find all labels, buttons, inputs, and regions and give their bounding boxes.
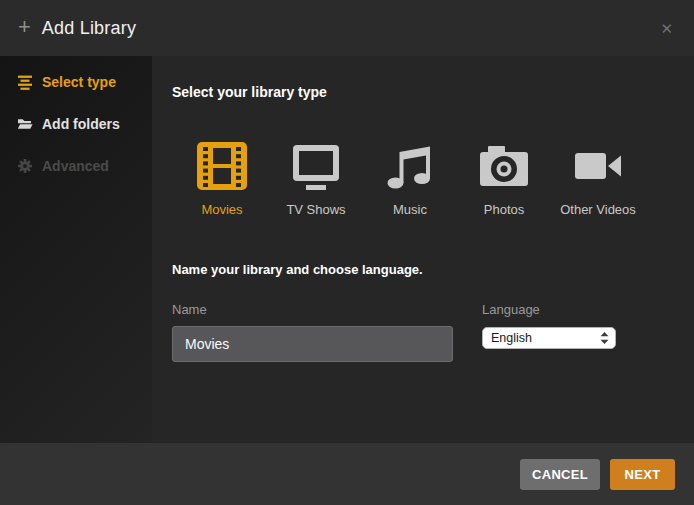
dialog-body: Select type Add folders: [0, 56, 694, 443]
dialog-footer: CANCEL NEXT: [0, 443, 694, 505]
pane-heading: Select your library type: [172, 84, 694, 100]
sidebar-item-advanced[interactable]: Advanced: [0, 145, 152, 187]
music-note-icon: [384, 140, 436, 192]
select-type-lines-icon: [17, 74, 33, 90]
sidebar-item-label: Advanced: [42, 158, 109, 174]
folder-icon: [17, 116, 33, 132]
library-type-label: Movies: [201, 202, 242, 217]
dialog-header: + Add Library ✕: [0, 0, 694, 56]
form-heading: Name your library and choose language.: [172, 262, 694, 277]
library-type-tv-shows[interactable]: TV Shows: [281, 140, 351, 217]
library-type-other-videos[interactable]: Other Videos: [563, 140, 633, 217]
tv-icon: [290, 140, 342, 192]
library-type-movies[interactable]: Movies: [187, 140, 257, 217]
sidebar-item-add-folders[interactable]: Add folders: [0, 103, 152, 145]
language-field-group: Language English: [482, 302, 616, 362]
camera-icon: [478, 140, 530, 192]
library-form: Name Language English: [172, 302, 694, 362]
sidebar-item-label: Add folders: [42, 116, 120, 132]
video-camera-icon: [572, 140, 624, 192]
steps-sidebar: Select type Add folders: [0, 56, 152, 443]
library-type-label: Other Videos: [560, 202, 636, 217]
library-type-label: TV Shows: [286, 202, 345, 217]
sidebar-item-select-type[interactable]: Select type: [0, 61, 152, 103]
library-name-input[interactable]: [172, 326, 453, 362]
library-type-music[interactable]: Music: [375, 140, 445, 217]
sidebar-item-label: Select type: [42, 74, 116, 90]
close-icon[interactable]: ✕: [656, 17, 677, 40]
add-library-dialog: + Add Library ✕ Select type: [0, 0, 694, 505]
language-select[interactable]: English: [482, 327, 616, 349]
library-type-label: Music: [393, 202, 427, 217]
language-field-label: Language: [482, 302, 616, 317]
library-type-options: Movies TV Shows: [187, 140, 694, 217]
cancel-button[interactable]: CANCEL: [520, 459, 600, 490]
gear-icon: [17, 158, 33, 174]
select-type-pane: Select your library type: [152, 56, 694, 443]
name-field-group: Name: [172, 302, 453, 362]
film-icon: [196, 140, 248, 192]
library-type-label: Photos: [484, 202, 524, 217]
next-button[interactable]: NEXT: [610, 459, 675, 490]
dialog-title: Add Library: [42, 18, 136, 39]
library-type-photos[interactable]: Photos: [469, 140, 539, 217]
name-field-label: Name: [172, 302, 453, 317]
plus-icon: +: [18, 16, 31, 38]
